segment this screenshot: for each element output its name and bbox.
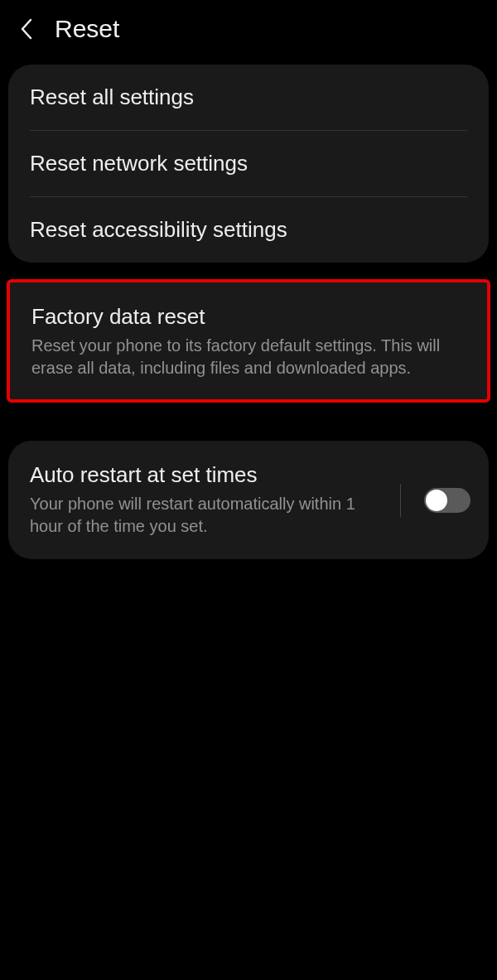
auto-restart-title: Auto restart at set times <box>30 462 388 488</box>
factory-data-reset-description: Reset your phone to its factory default … <box>31 335 466 379</box>
auto-restart-row[interactable]: Auto restart at set times Your phone wil… <box>8 441 489 559</box>
back-icon[interactable] <box>17 19 36 39</box>
auto-restart-toggle[interactable] <box>424 488 470 513</box>
reset-network-settings-label: Reset network settings <box>30 151 467 176</box>
auto-restart-description: Your phone will restart automatically wi… <box>30 493 388 538</box>
reset-network-settings[interactable]: Reset network settings <box>8 131 489 196</box>
auto-restart-card: Auto restart at set times Your phone wil… <box>8 441 489 559</box>
reset-all-settings[interactable]: Reset all settings <box>8 65 489 130</box>
spacer <box>0 409 497 434</box>
reset-accessibility-settings-label: Reset accessibility settings <box>30 217 467 243</box>
toggle-knob <box>426 490 447 511</box>
factory-data-reset[interactable]: Factory data reset Reset your phone to i… <box>10 282 487 399</box>
header: Reset <box>0 0 497 58</box>
auto-restart-text: Auto restart at set times Your phone wil… <box>30 462 388 538</box>
page-title: Reset <box>55 15 119 43</box>
factory-data-reset-title: Factory data reset <box>31 304 466 330</box>
reset-accessibility-settings[interactable]: Reset accessibility settings <box>8 197 489 263</box>
reset-options-card: Reset all settings Reset network setting… <box>8 65 489 263</box>
factory-data-reset-card: Factory data reset Reset your phone to i… <box>7 279 490 403</box>
vertical-divider <box>400 484 401 517</box>
reset-all-settings-label: Reset all settings <box>30 84 467 110</box>
